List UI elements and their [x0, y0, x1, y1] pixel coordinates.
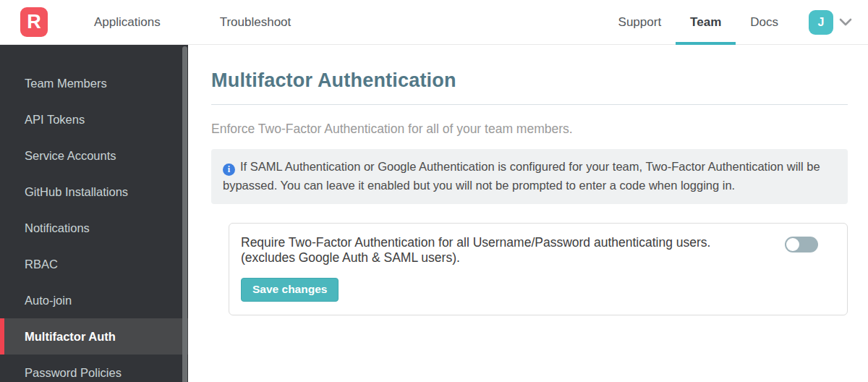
sidebar-scrollbar-thumb[interactable] [182, 46, 187, 382]
title-divider [211, 104, 848, 105]
sidebar-item-auto-join[interactable]: Auto-join [0, 282, 188, 318]
primary-nav: Applications Troubleshoot [80, 0, 305, 45]
info-icon: i [223, 164, 235, 176]
avatar[interactable]: J [809, 10, 833, 35]
sidebar-item-multifactor-auth[interactable]: Multifactor Auth [0, 318, 188, 355]
nav-team[interactable]: Team [676, 0, 736, 45]
mfa-setting-label-line1: Require Two-Factor Authentication for al… [241, 235, 767, 250]
nav-troubleshoot[interactable]: Troubleshoot [205, 0, 306, 45]
info-note-text: If SAML Authentication or Google Authent… [223, 160, 820, 192]
sidebar-item-github-installations[interactable]: GitHub Installations [0, 174, 188, 210]
mfa-setting-label: Require Two-Factor Authentication for al… [241, 235, 767, 266]
sidebar-item-password-policies[interactable]: Password Policies [0, 355, 188, 382]
team-settings-sidebar: Team Members API Tokens Service Accounts… [0, 45, 188, 382]
rollbar-logo[interactable]: R [20, 7, 48, 37]
mfa-toggle-knob [786, 238, 799, 251]
sidebar-item-rbac[interactable]: RBAC [0, 246, 188, 282]
secondary-nav: Support Team Docs J [604, 0, 852, 45]
sidebar-item-team-members[interactable]: Team Members [0, 65, 188, 101]
mfa-toggle[interactable] [785, 237, 818, 252]
top-nav-bar: R Applications Troubleshoot Support Team… [0, 0, 868, 45]
mfa-setting-label-line2: (excludes Google Auth & SAML users). [241, 250, 767, 266]
chevron-down-icon[interactable] [839, 18, 852, 26]
nav-support[interactable]: Support [604, 0, 676, 45]
nav-applications[interactable]: Applications [80, 0, 175, 45]
mfa-setting-card: Require Two-Factor Authentication for al… [229, 223, 848, 315]
save-changes-button[interactable]: Save changes [241, 278, 339, 302]
info-note: iIf SAML Authentication or Google Authen… [211, 149, 848, 204]
sidebar-item-notifications[interactable]: Notifications [0, 210, 188, 246]
sidebar-item-api-tokens[interactable]: API Tokens [0, 101, 188, 137]
page-title: Multifactor Authentication [211, 69, 848, 92]
main-content: Multifactor Authentication Enforce Two-F… [188, 45, 868, 382]
page-description: Enforce Two-Factor Authentication for al… [211, 122, 848, 137]
sidebar-item-service-accounts[interactable]: Service Accounts [0, 137, 188, 174]
nav-docs[interactable]: Docs [736, 0, 793, 45]
